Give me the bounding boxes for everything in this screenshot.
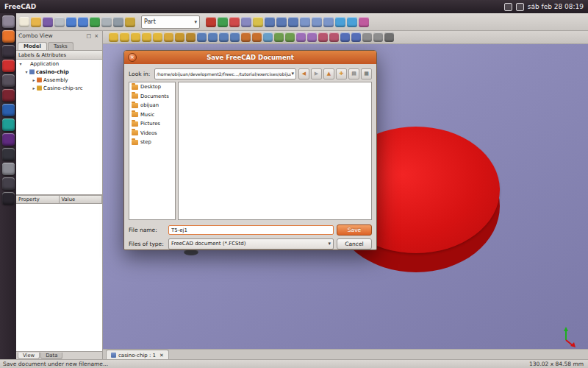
file-type-dropdown[interactable]: FreeCAD document (*.FCStd) ▾ — [168, 238, 334, 250]
launcher-app-5-button[interactable] — [2, 74, 15, 87]
tree-expand-icon[interactable]: ▾ — [18, 61, 24, 66]
forward-button[interactable]: ▶ — [311, 68, 322, 79]
launcher-app-6-button[interactable] — [2, 89, 15, 102]
place-item[interactable]: Videos — [129, 129, 175, 138]
part-cylinder-button[interactable] — [120, 32, 129, 42]
dialog-titlebar[interactable]: × Save FreeCAD Document — [124, 51, 376, 64]
parent-directory-button[interactable]: ▲ — [323, 68, 334, 79]
new-folder-button[interactable]: ✚ — [336, 68, 347, 79]
loft-button[interactable] — [318, 32, 328, 42]
fillet-button[interactable] — [274, 32, 284, 42]
save-document-button[interactable] — [43, 17, 53, 27]
boolean-button[interactable] — [197, 32, 207, 42]
refine-shape-button[interactable] — [384, 32, 394, 42]
cross-sections-button[interactable] — [351, 32, 361, 42]
launcher-app-3-button[interactable] — [2, 45, 15, 57]
clock[interactable]: sáb feb 28 08:19 — [528, 3, 584, 10]
keyboard-indicator-icon[interactable] — [504, 3, 512, 11]
close-icon[interactable]: × — [128, 53, 137, 62]
isometric-view-button[interactable] — [253, 17, 263, 27]
refresh-button[interactable] — [90, 17, 100, 27]
launcher-app-10-button[interactable] — [2, 148, 15, 160]
place-item[interactable]: Pictures — [129, 119, 175, 129]
tree-item[interactable]: ▾ Application — [16, 60, 102, 68]
cancel-button[interactable]: Cancel — [337, 238, 372, 250]
file-list-pane[interactable] — [178, 82, 372, 220]
part-tube-button[interactable] — [164, 32, 173, 42]
cut-button[interactable] — [101, 17, 112, 27]
rotate-right-button[interactable] — [347, 17, 357, 27]
launcher-firefox-button[interactable] — [2, 30, 15, 43]
place-item[interactable]: obijuan — [129, 101, 175, 110]
make-face-button[interactable] — [296, 32, 306, 42]
redo-button[interactable] — [78, 17, 88, 27]
tree-expand-icon[interactable]: ▸ — [31, 85, 37, 91]
launcher-files-button[interactable] — [2, 15, 15, 28]
sweep-button[interactable] — [329, 32, 339, 42]
rear-view-button[interactable] — [300, 17, 310, 27]
part-torus-button[interactable] — [153, 32, 162, 42]
place-item[interactable]: step — [129, 138, 175, 147]
right-view-button[interactable] — [288, 17, 298, 27]
place-item[interactable]: Documents — [129, 92, 175, 102]
rotate-left-button[interactable] — [335, 17, 345, 27]
top-view-button[interactable] — [276, 17, 287, 27]
document-tab[interactable]: casino-chip : 1 ✕ — [106, 350, 169, 360]
property-table-body[interactable] — [16, 204, 102, 352]
launcher-app-12-button[interactable] — [2, 177, 15, 190]
paste-button[interactable] — [125, 17, 135, 27]
place-item[interactable]: Music — [129, 110, 175, 120]
part-cone-button[interactable] — [142, 32, 151, 42]
tab-model[interactable]: Model — [18, 42, 47, 50]
boolean-union-button[interactable] — [219, 32, 229, 42]
front-view-button[interactable] — [265, 17, 275, 27]
draw-style-button[interactable] — [241, 17, 251, 27]
part-sphere-button[interactable] — [131, 32, 140, 42]
close-tab-icon[interactable]: ✕ — [159, 353, 164, 358]
tree-item[interactable]: ▸ Assembly — [16, 76, 102, 84]
ruled-surface-button[interactable] — [307, 32, 317, 42]
copy-button[interactable] — [113, 17, 123, 27]
macro-execute-button[interactable] — [218, 17, 228, 27]
launcher-app-8-button[interactable] — [2, 118, 15, 131]
tab-tasks[interactable]: Tasks — [48, 42, 74, 50]
thickness-button[interactable] — [373, 32, 383, 42]
print-button[interactable] — [54, 17, 65, 27]
volume-icon[interactable] — [516, 3, 524, 11]
file-name-input[interactable] — [168, 225, 334, 235]
measure-distance-button[interactable] — [359, 17, 369, 27]
section-button[interactable] — [340, 32, 350, 42]
part-primitives-button[interactable] — [175, 32, 184, 42]
bottom-view-button[interactable] — [312, 17, 322, 27]
boolean-cut-button[interactable] — [208, 32, 218, 42]
place-item[interactable]: Desktop — [129, 82, 175, 92]
launcher-app-11-button[interactable] — [2, 163, 15, 175]
left-view-button[interactable] — [323, 17, 334, 27]
list-view-button[interactable]: ▤ — [348, 68, 359, 79]
tree-expand-icon[interactable]: ▾ — [24, 69, 29, 74]
workbench-selector[interactable]: Part ▾ — [141, 15, 200, 29]
detail-view-button[interactable]: ▦ — [361, 68, 372, 79]
tree-item[interactable]: ▸ Casino-chip-src — [16, 84, 102, 92]
chamfer-button[interactable] — [285, 32, 295, 42]
offset-button[interactable] — [362, 32, 372, 42]
close-panel-icon[interactable]: × — [93, 33, 100, 39]
tree-expand-icon[interactable]: ▸ — [31, 77, 37, 82]
fit-all-button[interactable] — [229, 17, 240, 27]
launcher-app-9-button[interactable] — [2, 133, 15, 146]
boolean-intersection-button[interactable] — [230, 32, 240, 42]
open-document-button[interactable] — [31, 17, 41, 27]
shape-builder-button[interactable] — [186, 32, 196, 42]
save-button[interactable]: Save — [337, 224, 372, 236]
macro-record-button[interactable] — [206, 17, 216, 27]
part-box-button[interactable] — [109, 32, 118, 42]
tab-view[interactable]: View — [18, 353, 40, 359]
back-button[interactable]: ◀ — [298, 68, 309, 79]
tab-data[interactable]: Data — [40, 353, 62, 359]
path-dropdown[interactable]: /home/obijuan/development2/freec.../tuto… — [154, 68, 296, 79]
launcher-app-4-button[interactable] — [2, 60, 15, 72]
undo-button[interactable] — [66, 17, 76, 27]
extrude-button[interactable] — [241, 32, 251, 42]
revolve-button[interactable] — [252, 32, 262, 42]
tree-item[interactable]: ▾ casino-chip — [16, 68, 102, 76]
